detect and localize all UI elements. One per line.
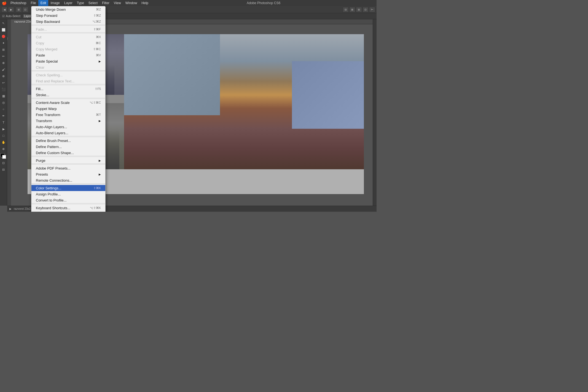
menu-cut[interactable]: Cut ⌘X — [31, 34, 105, 40]
auto-select-label: Auto-Select: — [6, 15, 21, 18]
tool-clone[interactable]: ⊗ — [1, 73, 7, 79]
menu-transform-label: Transform — [36, 119, 98, 123]
menu-auto-blend[interactable]: Auto-Blend Layers... — [31, 130, 105, 136]
tool-gradient[interactable]: ▦ — [1, 93, 7, 99]
menu-define-shape[interactable]: Define Custom Shape... — [31, 150, 105, 156]
menu-fade-shortcut: ⇧⌘F — [93, 28, 101, 31]
tool-blur[interactable]: ◎ — [1, 100, 7, 106]
toolbar-zoom-btn[interactable]: ⊡ — [22, 7, 28, 12]
menu-stroke[interactable]: Stroke... — [31, 92, 105, 98]
tool-pen[interactable]: ✒ — [1, 113, 7, 119]
app-title: Adobe Photoshop CS6 — [151, 1, 377, 5]
menu-step-backward[interactable]: Step Backward ⌥⌘Z — [31, 18, 105, 25]
menu-define-brush[interactable]: Define Brush Preset... — [31, 138, 105, 144]
toolbar-tool2[interactable]: ⊠ — [349, 7, 355, 12]
tool-brush[interactable]: 🖌 — [1, 66, 7, 73]
toolbar-tool4[interactable]: ⊡ — [363, 7, 369, 12]
menu-copy-shortcut: ⌘C — [96, 41, 101, 45]
toolbar-tool1[interactable]: ⊟ — [343, 7, 349, 12]
menu-separator-9 — [31, 184, 105, 184]
menu-section-fade: Fade... ⇧⌘F — [31, 26, 105, 33]
menu-menus[interactable]: Menus... ⌥⇧⌘M — [31, 211, 105, 212]
menu-photoshop[interactable]: Photoshop — [8, 0, 28, 6]
menu-presets[interactable]: Presets ▶ — [31, 171, 105, 177]
menu-auto-blend-label: Auto-Blend Layers... — [36, 131, 101, 135]
menu-check-spelling-label: Check Spelling... — [36, 73, 101, 77]
toolbar-tool5[interactable]: ⊢ — [369, 7, 375, 12]
tool-eyedropper[interactable]: ✏ — [1, 53, 7, 59]
menu-paste-label: Paste — [36, 53, 94, 57]
tool-extra1[interactable]: ⊡ — [1, 160, 7, 166]
menu-type[interactable]: Type — [75, 0, 86, 6]
tool-crop[interactable]: ⊞ — [1, 47, 7, 53]
tool-move[interactable]: ↖ — [1, 20, 7, 26]
menu-view[interactable]: View — [112, 0, 123, 6]
menu-fade-label: Fade... — [36, 27, 91, 31]
menu-separator-4 — [31, 85, 105, 85]
menu-copy-merged[interactable]: Copy Merged ⇧⌘C — [31, 46, 105, 52]
menu-content-aware-scale[interactable]: Content-Aware Scale ⌥⇧⌘C — [31, 100, 105, 106]
foreground-color[interactable] — [1, 153, 7, 159]
menu-remote-connections-label: Remote Connections... — [36, 178, 101, 182]
tool-dodge[interactable]: ○ — [1, 106, 7, 112]
menu-select[interactable]: Select — [86, 0, 100, 6]
menu-image[interactable]: Image — [48, 0, 62, 6]
tool-magic-wand[interactable]: ✦ — [1, 40, 7, 46]
status-zoom: ▶ — [9, 207, 12, 210]
menu-undo-label: Undo Merge Down — [36, 7, 94, 12]
tool-shape[interactable]: □ — [1, 133, 7, 139]
menu-help[interactable]: Help — [139, 0, 151, 6]
toolbar-arrange-btn[interactable]: ⊞ — [16, 7, 22, 12]
menu-free-transform[interactable]: Free Transform ⌘T — [31, 112, 105, 118]
menu-check-spelling[interactable]: Check Spelling... — [31, 72, 105, 78]
menu-define-pattern[interactable]: Define Pattern... — [31, 144, 105, 150]
menu-color-settings[interactable]: Color Settings... ⇧⌘K — [31, 185, 105, 191]
menu-purge[interactable]: Purge ▶ — [31, 157, 105, 163]
tool-select-rect[interactable]: ⬜ — [1, 27, 7, 33]
tool-path-select[interactable]: ▶ — [1, 126, 7, 132]
menu-step-backward-label: Step Backward — [36, 20, 90, 24]
menu-color-settings-label: Color Settings... — [36, 186, 91, 190]
photo-couple-main — [124, 34, 364, 169]
menu-adobe-pdf[interactable]: Adobe PDF Presets... — [31, 165, 105, 171]
menu-remote-connections[interactable]: Remote Connections... — [31, 177, 105, 183]
menu-undo-merge-down[interactable]: Undo Merge Down ⌘Z — [31, 6, 105, 12]
menu-paste-special-arrow: ▶ — [99, 60, 101, 63]
menu-paste-special[interactable]: Paste Special ▶ — [31, 58, 105, 64]
menu-layer[interactable]: Layer — [62, 0, 75, 6]
menu-window[interactable]: Window — [123, 0, 139, 6]
menu-transform[interactable]: Transform ▶ — [31, 118, 105, 124]
menu-auto-align[interactable]: Auto-Align Layers... — [31, 124, 105, 130]
menu-copy[interactable]: Copy ⌘C — [31, 40, 105, 46]
apple-menu[interactable]: 🍎 — [0, 1, 8, 5]
menu-convert-profile[interactable]: Convert to Profile... — [31, 197, 105, 203]
tool-lasso[interactable]: 🔴 — [1, 33, 7, 39]
menu-clear[interactable]: Clear — [31, 64, 105, 70]
tool-zoom[interactable]: ⊕ — [1, 146, 7, 152]
tool-extra2[interactable]: ⊟ — [1, 167, 7, 173]
menu-filter[interactable]: Filter — [100, 0, 112, 6]
tool-eraser[interactable]: ⬛ — [1, 86, 7, 92]
tool-text[interactable]: T — [1, 119, 7, 125]
toolbar-tool3[interactable]: ⊞ — [356, 7, 362, 12]
menu-color-settings-shortcut: ⇧⌘K — [93, 186, 101, 190]
menu-file[interactable]: File — [28, 0, 38, 6]
auto-select-checkbox[interactable]: ☑ — [2, 15, 5, 18]
menu-puppet-warp[interactable]: Puppet Warp — [31, 106, 105, 112]
menu-convert-profile-label: Convert to Profile... — [36, 198, 101, 202]
menu-fade[interactable]: Fade... ⇧⌘F — [31, 26, 105, 32]
menu-fill[interactable]: Fill... ⇧F5 — [31, 86, 105, 92]
menu-step-forward[interactable]: Step Forward ⇧⌘Z — [31, 12, 105, 18]
menu-find-replace-label: Find and Replace Text... — [36, 79, 101, 83]
menu-assign-profile[interactable]: Assign Profile... — [31, 191, 105, 197]
toolbar-forward-btn[interactable]: ▶ — [8, 7, 14, 12]
menu-paste[interactable]: Paste ⌘V — [31, 52, 105, 58]
menu-keyboard-shortcuts-label: Keyboard Shortcuts... — [36, 206, 88, 210]
menu-find-replace[interactable]: Find and Replace Text... — [31, 78, 105, 84]
tool-healing[interactable]: ⊕ — [1, 60, 7, 66]
tool-hand[interactable]: ✋ — [1, 139, 7, 145]
toolbar-back-btn[interactable]: ◀ — [1, 7, 7, 12]
tool-history-brush[interactable]: ↩ — [1, 80, 7, 86]
menu-edit[interactable]: Edit — [38, 0, 49, 6]
menu-keyboard-shortcuts[interactable]: Keyboard Shortcuts... ⌥⇧⌘K — [31, 205, 105, 211]
